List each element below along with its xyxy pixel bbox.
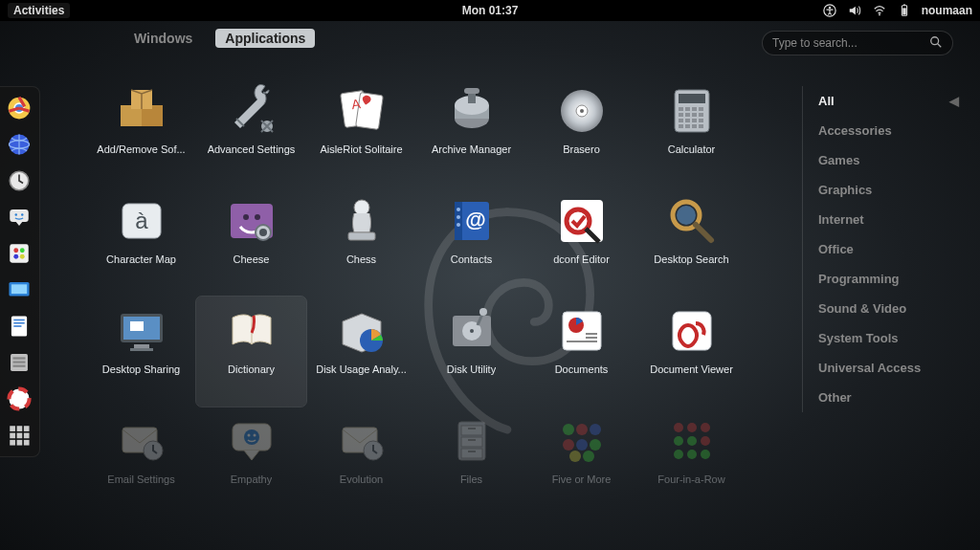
app-item-documents[interactable]: Documents [526, 297, 636, 407]
svg-text:@: @ [465, 208, 485, 231]
dash-item-color-picker[interactable] [4, 238, 34, 269]
disc-icon [555, 84, 609, 138]
app-item-advanced-settings[interactable]: Advanced Settings [196, 77, 306, 187]
app-item-brasero[interactable]: Brasero [526, 77, 636, 187]
dash-item-empathy[interactable] [4, 202, 34, 232]
svg-rect-39 [10, 440, 15, 446]
dash-item-chrome[interactable] [4, 93, 34, 123]
app-item-aisleriot-solitaire[interactable]: AAisleRiot Solitaire [306, 77, 416, 187]
app-item-files[interactable]: Files [416, 407, 526, 517]
app-label: Contacts [451, 253, 492, 265]
category-graphics[interactable]: Graphics [818, 175, 965, 205]
key-a-icon: à [115, 194, 168, 248]
svg-rect-74 [699, 124, 703, 128]
app-label: Empathy [231, 473, 272, 485]
svg-rect-33 [10, 426, 15, 431]
svg-rect-62 [699, 107, 703, 111]
category-accessories[interactable]: Accessories [818, 116, 965, 145]
app-label: Desktop Sharing [102, 363, 180, 375]
svg-point-102 [470, 329, 474, 333]
cabinet-icon [445, 414, 499, 468]
app-item-email-settings[interactable]: Email Settings [86, 407, 196, 517]
category-label: Other [818, 390, 852, 405]
activities-button[interactable]: Activities [8, 3, 70, 18]
docs-icon [555, 304, 609, 358]
svg-rect-72 [685, 124, 690, 128]
category-list: All◀AccessoriesGamesGraphicsInternetOffi… [802, 86, 965, 412]
top-panel: Activities Mon 01:37 noumaan [0, 0, 980, 21]
dash-item-web-browser[interactable] [4, 129, 34, 160]
svg-point-79 [255, 214, 260, 220]
app-item-chess[interactable]: Chess [306, 187, 416, 297]
wifi-icon[interactable] [872, 3, 887, 18]
svg-rect-71 [679, 124, 683, 128]
svg-point-56 [580, 109, 584, 113]
app-item-document-viewer[interactable]: Document Viewer [636, 297, 746, 407]
svg-rect-98 [130, 348, 153, 351]
category-label: Internet [818, 212, 864, 227]
volume-icon[interactable] [847, 3, 862, 18]
svg-rect-40 [17, 440, 23, 446]
app-label: Add/Remove Sof... [97, 143, 185, 155]
wrench-icon [225, 84, 278, 138]
dash-item-clock[interactable] [4, 165, 34, 196]
app-item-dconf-editor[interactable]: dconf Editor [526, 187, 636, 297]
category-label: Programming [818, 272, 900, 286]
dash-item-screenshot[interactable] [4, 275, 34, 305]
app-label: Chess [346, 253, 376, 265]
chess-icon [335, 194, 389, 248]
cheese-icon [225, 194, 278, 248]
dash-item-show-apps[interactable] [4, 420, 34, 451]
app-item-character-map[interactable]: àCharacter Map [86, 187, 196, 297]
category-label: Sound & Video [818, 301, 906, 316]
dash [0, 86, 40, 457]
svg-point-139 [674, 450, 683, 459]
dash-item-files[interactable] [4, 347, 34, 378]
category-internet[interactable]: Internet [818, 205, 965, 234]
svg-rect-28 [13, 357, 26, 359]
app-item-add-remove-sof[interactable]: Add/Remove Sof... [86, 77, 196, 187]
clock[interactable]: Mon 01:37 [462, 4, 519, 17]
svg-point-132 [583, 451, 594, 462]
category-label: Games [818, 153, 859, 167]
svg-point-113 [244, 429, 259, 445]
app-item-empathy[interactable]: Empathy [196, 407, 306, 517]
app-item-cheese[interactable]: Cheese [196, 187, 306, 297]
svg-point-130 [590, 439, 601, 451]
app-item-desktop-sharing[interactable]: Desktop Sharing [86, 297, 196, 407]
app-item-evolution[interactable]: Evolution [306, 407, 416, 517]
category-universal-access[interactable]: Universal Access [818, 353, 965, 383]
category-all[interactable]: All◀ [818, 86, 965, 116]
app-item-disk-utility[interactable]: Disk Utility [416, 297, 526, 407]
dash-item-help[interactable] [4, 384, 34, 414]
app-item-disk-usage-analy[interactable]: Disk Usage Analy... [306, 297, 416, 407]
svg-rect-29 [13, 361, 26, 363]
tab-windows[interactable]: Windows [124, 29, 202, 48]
app-item-desktop-search[interactable]: Desktop Search [636, 187, 746, 297]
category-sound-video[interactable]: Sound & Video [818, 294, 965, 323]
tab-applications[interactable]: Applications [215, 29, 315, 48]
category-office[interactable]: Office [818, 234, 965, 264]
svg-rect-5 [902, 8, 906, 14]
svg-rect-65 [692, 113, 697, 117]
app-item-five-or-more[interactable]: Five or More [526, 407, 636, 517]
app-item-calculator[interactable]: Calculator [636, 77, 746, 187]
app-item-four-in-a-row[interactable]: Four-in-a-Row [636, 407, 746, 517]
category-games[interactable]: Games [818, 145, 965, 175]
category-programming[interactable]: Programming [818, 264, 965, 294]
app-item-contacts[interactable]: @Contacts [416, 187, 526, 297]
battery-icon[interactable] [897, 3, 912, 18]
app-item-dictionary[interactable]: Dictionary [196, 297, 306, 407]
app-label: Cheese [234, 253, 270, 265]
accessibility-icon[interactable] [822, 3, 837, 18]
category-system-tools[interactable]: System Tools [818, 323, 965, 353]
app-item-archive-manager[interactable]: Archive Manager [416, 77, 526, 187]
category-other[interactable]: Other [818, 383, 965, 412]
svg-rect-61 [692, 107, 697, 111]
user-menu[interactable]: noumaan [922, 4, 972, 17]
svg-rect-104 [563, 312, 601, 350]
smile-icon [225, 414, 278, 468]
svg-point-15 [21, 213, 23, 215]
dash-item-document[interactable] [4, 311, 34, 341]
search-input[interactable]: Type to search... [762, 31, 953, 55]
